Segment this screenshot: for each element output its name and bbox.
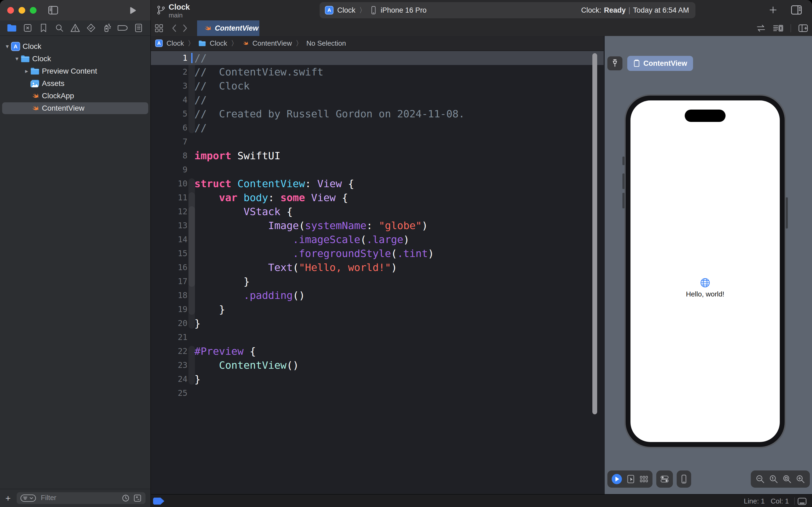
- branch-name: main: [169, 11, 183, 19]
- add-editor-icon[interactable]: [798, 24, 808, 33]
- code-line[interactable]: 22#Preview {: [151, 344, 603, 358]
- breadcrumb-file[interactable]: ContentView: [252, 39, 292, 48]
- run-button[interactable]: [127, 6, 137, 15]
- code-text: .foregroundStyle(.tint): [194, 246, 434, 261]
- code-line[interactable]: 19 }: [151, 302, 603, 316]
- preview-device-button[interactable]: [677, 470, 691, 488]
- breakpoints-icon[interactable]: [117, 22, 128, 33]
- iphone-screen[interactable]: Hello, world!: [631, 101, 780, 442]
- code-line[interactable]: 25: [151, 386, 603, 400]
- scheme-selector[interactable]: A Clock 〉 iPhone 16 Pro: [325, 2, 427, 18]
- code-review-icon[interactable]: [756, 24, 766, 32]
- code-line[interactable]: 9: [151, 163, 603, 177]
- breakpoint-indicator[interactable]: [153, 498, 164, 505]
- code-line[interactable]: 18 .padding(): [151, 288, 603, 302]
- code-line[interactable]: 11 var body: some View {: [151, 191, 603, 205]
- code-line[interactable]: 15 .foregroundStyle(.tint): [151, 246, 603, 261]
- tree-item-preview-content[interactable]: ▸Preview Content: [0, 65, 151, 77]
- add-file-button[interactable]: +: [5, 494, 11, 503]
- code-text: import SwiftUI: [194, 149, 280, 163]
- zoom-fit-icon[interactable]: [782, 474, 792, 484]
- pin-preview-button[interactable]: [607, 56, 623, 70]
- source-editor[interactable]: 1//2// ContentView.swift3// Clock4//5// …: [151, 51, 603, 494]
- code-line[interactable]: 7: [151, 135, 603, 149]
- app-icon: A: [11, 42, 20, 51]
- code-line[interactable]: 4//: [151, 93, 603, 107]
- filter-menu-icon[interactable]: [20, 494, 36, 502]
- code-line[interactable]: 5// Created by Russell Gordon on 2024-11…: [151, 107, 603, 121]
- tree-item-clockapp[interactable]: ClockApp: [0, 90, 151, 102]
- preview-settings-button[interactable]: [656, 470, 673, 488]
- filter-input[interactable]: [40, 493, 117, 502]
- related-items-icon[interactable]: [155, 24, 163, 33]
- code-line[interactable]: 2// ContentView.swift: [151, 65, 603, 79]
- code-line[interactable]: 16 Text("Hello, world!"): [151, 261, 603, 274]
- preview-device-icon: [633, 59, 640, 67]
- code-line[interactable]: 23 ContentView(): [151, 358, 603, 372]
- plus-minus-icon[interactable]: [134, 494, 141, 502]
- jump-bar[interactable]: A Clock 〉 Clock 〉 ContentView 〉 No Selec…: [151, 36, 603, 51]
- tree-item-assets[interactable]: Assets: [0, 77, 151, 90]
- issues-icon[interactable]: [70, 22, 80, 33]
- line-number: 14: [151, 233, 187, 246]
- debug-icon[interactable]: [102, 22, 112, 33]
- scheme-project-branch[interactable]: Clock main: [156, 2, 247, 18]
- source-control-icon[interactable]: [22, 22, 33, 33]
- add-button[interactable]: [768, 5, 777, 14]
- find-icon[interactable]: [54, 22, 65, 33]
- tree-item-contentview[interactable]: ContentView: [0, 102, 151, 114]
- bookmarks-icon[interactable]: [38, 22, 49, 33]
- scheme-target: Clock: [337, 6, 355, 14]
- editor-scrollbar[interactable]: [592, 53, 597, 414]
- breadcrumb-project[interactable]: Clock: [167, 39, 184, 48]
- line-number: 10: [151, 177, 187, 191]
- chevron-down-icon[interactable]: ▾: [4, 43, 11, 50]
- minimize-window-button[interactable]: [18, 7, 25, 14]
- adjust-editor-icon[interactable]: [773, 24, 784, 33]
- project-folder-icon[interactable]: [6, 22, 17, 33]
- code-line[interactable]: 1//: [151, 51, 603, 65]
- reports-icon[interactable]: [133, 22, 144, 33]
- code-line[interactable]: 17 }: [151, 274, 603, 288]
- tree-item-label: ClockApp: [42, 92, 74, 100]
- recents-clock-icon[interactable]: [122, 494, 129, 502]
- selectable-icon[interactable]: [627, 474, 635, 484]
- breadcrumb-selection[interactable]: No Selection: [306, 39, 346, 48]
- breadcrumb-group[interactable]: Clock: [210, 39, 227, 48]
- go-forward-icon[interactable]: [183, 24, 188, 32]
- code-line[interactable]: 3// Clock: [151, 79, 603, 93]
- code-line[interactable]: 13 Image(systemName: "globe"): [151, 219, 603, 233]
- code-line[interactable]: 14 .imageScale(.large): [151, 233, 603, 246]
- preview-chip[interactable]: ContentView: [627, 56, 693, 71]
- zoom-out-icon[interactable]: [755, 474, 765, 484]
- toggle-inspector-icon[interactable]: [791, 5, 802, 15]
- chevron-down-icon[interactable]: ▾: [13, 55, 20, 62]
- tree-item-clock[interactable]: ▾Clock: [0, 53, 151, 65]
- code-line[interactable]: 20}: [151, 316, 603, 330]
- zoom-in-icon[interactable]: [796, 474, 805, 484]
- display-icon[interactable]: [797, 497, 807, 505]
- code-line[interactable]: 6//: [151, 121, 603, 135]
- variants-icon[interactable]: [640, 475, 648, 484]
- code-line[interactable]: 24}: [151, 372, 603, 386]
- filter-field[interactable]: [17, 492, 146, 504]
- code-line[interactable]: 8import SwiftUI: [151, 149, 603, 163]
- chevron-right-icon: 〉: [296, 39, 303, 48]
- go-back-icon[interactable]: [171, 24, 177, 32]
- code-line[interactable]: 10struct ContentView: View {: [151, 177, 603, 191]
- tab-contentview[interactable]: ContentView: [197, 20, 259, 36]
- activity-viewer[interactable]: Clock: Ready | Today at 6:54 AM: [581, 2, 689, 18]
- tests-icon[interactable]: [85, 22, 97, 33]
- tree-item-clock[interactable]: ▾AClock: [0, 40, 151, 53]
- status-project: Clock:: [581, 6, 601, 14]
- maximize-window-button[interactable]: [30, 7, 37, 14]
- toggle-navigator-icon[interactable]: [48, 6, 59, 15]
- chevron-right-icon[interactable]: ▸: [23, 68, 30, 75]
- close-window-button[interactable]: [7, 7, 14, 14]
- code-line[interactable]: 21: [151, 330, 603, 344]
- project-title: Clock: [169, 3, 190, 11]
- zoom-actual-icon[interactable]: [769, 474, 778, 484]
- live-play-icon[interactable]: [612, 474, 622, 484]
- preview-chip-label: ContentView: [643, 59, 687, 68]
- code-line[interactable]: 12 VStack {: [151, 205, 603, 219]
